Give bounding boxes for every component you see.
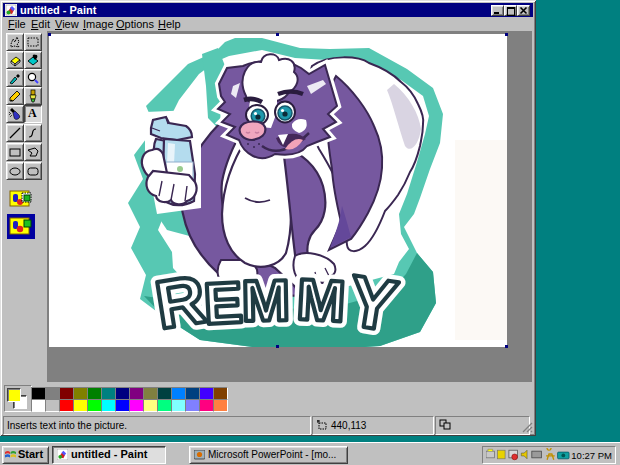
svg-text:E: E (202, 269, 244, 336)
svg-text:M: M (295, 266, 347, 333)
svg-text:M: M (241, 267, 290, 333)
